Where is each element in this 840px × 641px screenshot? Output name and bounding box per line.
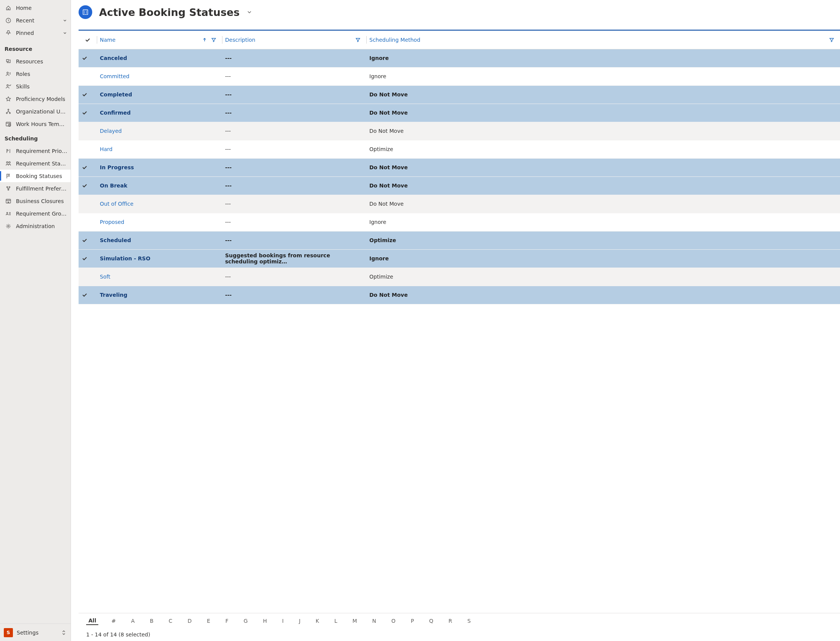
chevron-down-icon[interactable] (246, 9, 252, 15)
filter-icon[interactable] (356, 37, 360, 42)
sidebar-item-resources[interactable]: Resources (0, 55, 71, 68)
column-scheduling-method[interactable]: Scheduling Method (366, 31, 840, 49)
row-selector[interactable] (79, 267, 97, 286)
sidebar-item-roles[interactable]: Roles (0, 68, 71, 80)
table-row[interactable]: Delayed --- Do Not Move (79, 122, 840, 140)
alpha-bar[interactable]: All#ABCDEFGHIJKLMNOPQRS (79, 613, 840, 628)
alpha-all[interactable]: All (86, 617, 98, 625)
sidebar-item-organizational-units[interactable]: Organizational Units (0, 105, 71, 118)
row-selector[interactable] (79, 177, 97, 195)
record-link[interactable]: Hard (100, 146, 113, 152)
alpha-n[interactable]: N (370, 617, 379, 625)
alpha-e[interactable]: E (205, 617, 213, 625)
record-link[interactable]: On Break (100, 182, 127, 188)
sidebar-item-home[interactable]: Home (0, 2, 71, 14)
column-name[interactable]: Name (97, 31, 222, 49)
column-method-label: Scheduling Method (369, 37, 420, 43)
row-selector[interactable] (79, 67, 97, 85)
alpha-h[interactable]: H (261, 617, 269, 625)
alpha-j[interactable]: J (297, 617, 303, 625)
cell-name: Hard (97, 140, 222, 158)
svg-point-12 (8, 189, 9, 190)
sidebar-item-pinned[interactable]: Pinned (0, 27, 71, 39)
alpha-f[interactable]: F (223, 617, 231, 625)
row-selector[interactable] (79, 85, 97, 104)
sidebar-item-recent[interactable]: Recent (0, 14, 71, 27)
sidebar-footer[interactable]: S Settings (0, 623, 71, 641)
alpha-o[interactable]: O (389, 617, 398, 625)
table-row[interactable]: Canceled --- Ignore (79, 49, 840, 67)
alpha-l[interactable]: L (332, 617, 340, 625)
row-selector[interactable] (79, 249, 97, 267)
row-selector[interactable] (79, 213, 97, 231)
alpha-m[interactable]: M (350, 617, 360, 625)
sidebar-item-business-closures[interactable]: Business Closures (0, 195, 71, 207)
row-selector[interactable] (79, 286, 97, 304)
filter-icon[interactable] (211, 37, 216, 42)
alpha-b[interactable]: B (148, 617, 156, 625)
record-link[interactable]: Simulation - RSO (100, 255, 150, 261)
table-row[interactable]: Hard --- Optimize (79, 140, 840, 158)
alpha-g[interactable]: G (242, 617, 250, 625)
row-selector[interactable] (79, 158, 97, 177)
alpha-a[interactable]: A (129, 617, 137, 625)
filter-icon[interactable] (829, 37, 834, 42)
chevron-down-icon[interactable] (62, 31, 68, 35)
table-row[interactable]: Completed --- Do Not Move (79, 85, 840, 104)
table-row[interactable]: In Progress --- Do Not Move (79, 158, 840, 177)
column-description[interactable]: Description (222, 31, 366, 49)
table-row[interactable]: Out of Office --- Do Not Move (79, 195, 840, 213)
alpha-k[interactable]: K (314, 617, 321, 625)
grid[interactable]: Name De (79, 31, 840, 613)
row-selector[interactable] (79, 140, 97, 158)
alpha-p[interactable]: P (408, 617, 416, 625)
table-row[interactable]: Confirmed --- Do Not Move (79, 104, 840, 122)
table-row[interactable]: Simulation - RSO Suggested bookings from… (79, 249, 840, 267)
row-selector[interactable] (79, 231, 97, 249)
row-selector[interactable] (79, 104, 97, 122)
updown-icon[interactable] (61, 630, 67, 636)
sidebar-item-requirement-group-[interactable]: Requirement Group ... (0, 207, 71, 220)
row-selector[interactable] (79, 195, 97, 213)
record-link[interactable]: In Progress (100, 164, 134, 171)
record-link[interactable]: Scheduled (100, 237, 131, 243)
chevron-down-icon[interactable] (62, 18, 68, 23)
footer-label: Settings (17, 630, 57, 636)
table-row[interactable]: Soft --- Optimize (79, 267, 840, 286)
sidebar-item-booking-statuses[interactable]: Booking Statuses (0, 170, 71, 182)
record-link[interactable]: Traveling (100, 292, 127, 298)
alpha-c[interactable]: C (166, 617, 175, 625)
alpha-r[interactable]: R (447, 617, 455, 625)
record-link[interactable]: Committed (100, 73, 129, 79)
table-row[interactable]: Committed --- Ignore (79, 67, 840, 85)
row-selector[interactable] (79, 49, 97, 67)
record-link[interactable]: Out of Office (100, 201, 134, 207)
select-all-column[interactable] (79, 31, 97, 49)
sidebar-item-requirement-statuses[interactable]: Requirement Statuses (0, 157, 71, 170)
sidebar-item-proficiency-models[interactable]: Proficiency Models (0, 93, 71, 105)
table-row[interactable]: Traveling --- Do Not Move (79, 286, 840, 304)
alpha-d[interactable]: D (185, 617, 194, 625)
alpha-#[interactable]: # (109, 617, 118, 625)
table-row[interactable]: Proposed --- Ignore (79, 213, 840, 231)
record-link[interactable]: Completed (100, 92, 132, 98)
alpha-i[interactable]: I (280, 617, 286, 625)
sidebar-item-administration[interactable]: Administration (0, 220, 71, 232)
svg-point-10 (7, 186, 8, 187)
alpha-q[interactable]: Q (427, 617, 436, 625)
record-link[interactable]: Soft (100, 274, 110, 280)
sidebar-item-fulfillment-preferences[interactable]: Fulfillment Preferences (0, 182, 71, 195)
alpha-s[interactable]: S (465, 617, 473, 625)
sidebar-item-work-hours-templates[interactable]: Work Hours Templates (0, 118, 71, 130)
table-row[interactable]: Scheduled --- Optimize (79, 231, 840, 249)
row-selector[interactable] (79, 122, 97, 140)
table-row[interactable]: On Break --- Do Not Move (79, 177, 840, 195)
record-link[interactable]: Canceled (100, 55, 127, 61)
record-link[interactable]: Confirmed (100, 110, 131, 116)
sidebar-item-label: Proficiency Models (16, 96, 68, 102)
sidebar-item-requirement-priorities[interactable]: Requirement Priorities (0, 145, 71, 157)
sidebar-item-skills[interactable]: Skills (0, 80, 71, 93)
view-title[interactable]: Active Booking Statuses (99, 6, 240, 18)
record-link[interactable]: Delayed (100, 128, 122, 134)
record-link[interactable]: Proposed (100, 219, 124, 225)
